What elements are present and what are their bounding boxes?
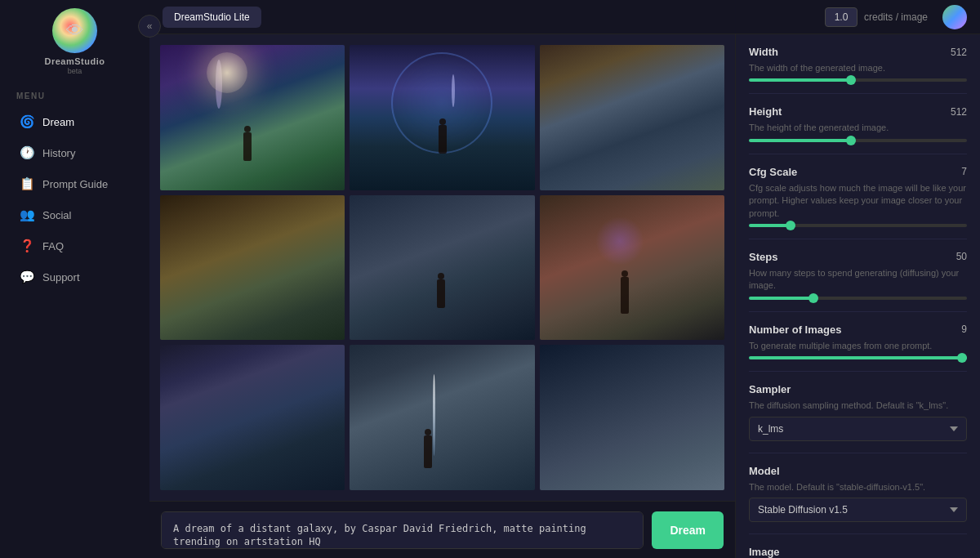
divider-2 [749, 154, 967, 154]
dream-icon: 🌀 [20, 114, 34, 129]
sidebar-item-dream[interactable]: 🌀 Dream [3, 107, 146, 136]
image-label: Image [749, 546, 967, 558]
right-panel: Width 512 The width of the generated ima… [735, 34, 980, 558]
model-description: The model. Default is "stable-diffusion-… [749, 481, 967, 493]
sidebar-item-social[interactable]: 👥 Social [3, 200, 146, 230]
cfg-scale-header-row: Cfg Scale 7 [749, 166, 967, 178]
image-cell-2[interactable] [350, 45, 534, 190]
divider-7 [749, 533, 967, 534]
image-cell-4[interactable] [160, 195, 345, 341]
image-cell-7[interactable] [160, 345, 345, 490]
divider-6 [749, 453, 967, 453]
num-images-slider[interactable] [749, 356, 967, 359]
sidebar-item-support-label: Support [42, 271, 80, 283]
sidebar-item-history-label: History [42, 147, 75, 159]
credits-value: 1.0 [825, 7, 858, 27]
prompt-input[interactable]: A dream of a distant galaxy, by Caspar D… [161, 511, 644, 549]
steps-description: How many steps to spend generating (diff… [749, 267, 967, 292]
steps-value: 50 [956, 251, 967, 262]
cfg-scale-description: Cfg scale adjusts how much the image wil… [749, 182, 967, 220]
header-bar: DreamStudio Lite 1.0 credits / image [149, 0, 980, 34]
history-icon: 🕐 [20, 145, 34, 160]
figure-silhouette-1 [243, 132, 252, 161]
image-section: Image None Show Editor [749, 546, 967, 558]
image-grid [149, 34, 735, 501]
prompt-bar: A dream of a distant galaxy, by Caspar D… [149, 501, 735, 558]
divider-3 [749, 239, 967, 239]
image-cell-5[interactable] [350, 195, 534, 341]
cfg-scale-section: Cfg Scale 7 Cfg scale adjusts how much t… [749, 166, 967, 227]
height-value: 512 [951, 106, 967, 118]
figure-silhouette-8 [424, 435, 432, 468]
num-images-label: Number of Images [749, 324, 841, 336]
credits-label: credits / image [864, 11, 928, 23]
divider-4 [749, 311, 967, 312]
support-icon: 💬 [20, 270, 34, 284]
width-section: Width 512 The width of the generated ima… [749, 46, 967, 82]
cfg-scale-slider[interactable] [749, 224, 967, 227]
width-label: Width [749, 46, 778, 58]
steps-section: Steps 50 How many steps to spend generat… [749, 251, 967, 300]
sidebar-item-faq[interactable]: ❓ FAQ [3, 231, 146, 261]
prompt-guide-icon: 📋 [20, 176, 34, 191]
image-cell-9[interactable] [540, 345, 724, 490]
sampler-label: Sampler [749, 383, 967, 395]
sidebar: 👁 DreamStudio beta « MENU 🌀 Dream 🕐 Hist… [0, 0, 149, 558]
header-credits: 1.0 credits / image [825, 5, 967, 29]
sampler-description: The diffusion sampling method. Default i… [749, 400, 967, 412]
sidebar-item-history[interactable]: 🕐 History [3, 138, 146, 167]
height-header-row: Height 512 [749, 105, 967, 118]
cfg-scale-value: 7 [961, 166, 967, 177]
steps-label: Steps [749, 251, 777, 263]
image-cell-8[interactable] [350, 345, 534, 490]
cfg-scale-label: Cfg Scale [749, 166, 797, 178]
logo-icon: 👁 [52, 8, 97, 53]
image-cell-6[interactable] [540, 195, 724, 341]
faq-icon: ❓ [20, 239, 34, 253]
figure-silhouette-2 [439, 125, 447, 154]
avatar[interactable] [942, 5, 967, 29]
num-images-section: Number of Images 9 To generate multiple … [749, 324, 967, 359]
width-description: The width of the generated image. [749, 62, 967, 74]
nav-menu: 🌀 Dream 🕐 History 📋 Prompt Guide 👥 Socia… [0, 107, 149, 292]
logo-text: DreamStudio [45, 56, 105, 66]
width-header-row: Width 512 [749, 46, 967, 58]
height-label: Height [749, 105, 782, 118]
height-description: The height of the generated image. [749, 122, 967, 134]
height-slider[interactable] [749, 139, 967, 142]
sidebar-item-prompt-guide-label: Prompt Guide [42, 178, 108, 190]
active-tab[interactable]: DreamStudio Lite [163, 7, 261, 28]
model-label: Model [749, 465, 967, 477]
divider-5 [749, 371, 967, 372]
figure-silhouette-5 [437, 279, 445, 308]
num-images-header-row: Number of Images 9 [749, 324, 967, 336]
sidebar-item-social-label: Social [42, 209, 71, 221]
logo: 👁 DreamStudio beta [45, 8, 105, 75]
sidebar-item-dream-label: Dream [42, 116, 74, 128]
model-section: Model The model. Default is "stable-diff… [749, 465, 967, 522]
sampler-section: Sampler The diffusion sampling method. D… [749, 383, 967, 440]
sidebar-item-faq-label: FAQ [42, 240, 64, 252]
sidebar-item-support[interactable]: 💬 Support [3, 262, 146, 292]
sampler-select[interactable]: k_lms k_euler k_euler_a k_heun k_dpm_2 k… [749, 417, 967, 441]
image-cell-3[interactable] [540, 45, 724, 190]
social-icon: 👥 [20, 208, 34, 222]
collapse-button[interactable]: « [138, 15, 161, 38]
logo-beta: beta [68, 67, 82, 75]
image-cell-1[interactable] [160, 45, 345, 190]
width-value: 512 [951, 47, 967, 58]
figure-silhouette-6 [621, 277, 629, 314]
model-select[interactable]: Stable Diffusion v1.5 Stable Diffusion v… [749, 498, 967, 522]
menu-label: MENU [0, 92, 45, 100]
steps-header-row: Steps 50 [749, 251, 967, 263]
divider-1 [749, 93, 967, 94]
num-images-value: 9 [961, 324, 967, 335]
width-slider[interactable] [749, 78, 967, 82]
sidebar-item-prompt-guide[interactable]: 📋 Prompt Guide [3, 169, 146, 199]
height-section: Height 512 The height of the generated i… [749, 105, 967, 141]
num-images-description: To generate multiple images from one pro… [749, 340, 967, 352]
steps-slider[interactable] [749, 297, 967, 300]
dream-button[interactable]: Dream [652, 511, 724, 549]
